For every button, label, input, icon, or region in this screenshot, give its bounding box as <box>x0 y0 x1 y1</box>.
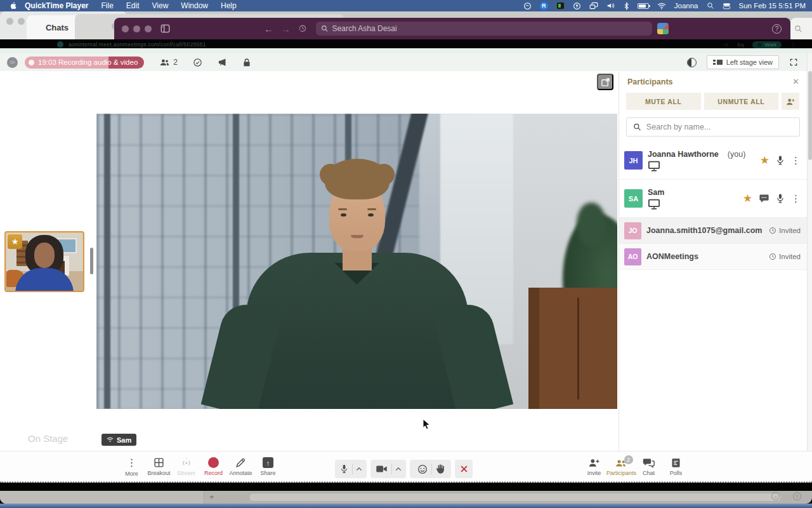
lock-icon[interactable] <box>242 58 251 67</box>
invite-button[interactable]: Invite <box>580 451 608 482</box>
stage-view-button[interactable]: Left stage view <box>707 55 779 69</box>
page-scrollbar[interactable] <box>807 53 812 483</box>
recording-indicator[interactable]: 19:03 Recording audio & video <box>25 57 144 69</box>
participant-row-joanna[interactable]: JH Joanna Hawthorne(you) ★ ⋮ <box>619 142 807 180</box>
record-status-icon[interactable] <box>573 2 581 10</box>
star-icon[interactable]: ★ <box>743 193 752 204</box>
breakout-button[interactable]: Breakout <box>145 451 173 482</box>
history-forward-icon[interactable]: → <box>281 23 291 34</box>
sidebar-toggle-icon[interactable] <box>160 24 170 33</box>
bookmark-star-icon: ☆ <box>724 42 729 48</box>
chat-button[interactable]: Chat <box>635 451 662 482</box>
mic-toggle-button[interactable] <box>335 460 367 478</box>
screen-share-icon <box>648 161 745 171</box>
filmstrip-scrollbar[interactable] <box>90 248 93 274</box>
camera-options-chevron[interactable] <box>392 460 405 478</box>
fullscreen-icon[interactable] <box>789 58 798 67</box>
search-icon <box>633 123 641 131</box>
mic-options-chevron[interactable] <box>353 460 365 478</box>
participant-row-sam[interactable]: SA Sam ★ ⋮ <box>619 180 807 218</box>
control-center-icon[interactable] <box>723 3 731 10</box>
polls-button[interactable]: Polls <box>662 451 690 482</box>
participant-search-input[interactable] <box>646 123 793 131</box>
pop-out-video-button[interactable] <box>597 74 613 90</box>
announcement-icon[interactable] <box>218 58 227 67</box>
menu-file[interactable]: File <box>102 1 114 10</box>
menu-bar-clock[interactable]: Sun Feb 15 5:51 PM <box>739 2 806 10</box>
battery-icon[interactable] <box>638 3 649 9</box>
menu-window[interactable]: Window <box>181 1 208 10</box>
mute-all-button[interactable]: MUTE ALL <box>626 93 701 110</box>
apple-menu-icon[interactable] <box>9 1 17 10</box>
participant-row-invited-1[interactable]: JO Joanna.smith1075@gmail.com Invited <box>619 218 807 244</box>
format-icon: Y <box>793 492 801 500</box>
messenger-titlebar[interactable]: ← → ? <box>114 18 790 39</box>
avatar-ao: AO <box>624 248 641 265</box>
help-icon[interactable]: ? <box>772 24 782 34</box>
messenger-search-input[interactable] <box>332 24 647 33</box>
record-icon <box>208 457 219 468</box>
raise-hand-icon[interactable] <box>432 460 448 478</box>
star-icon[interactable]: ★ <box>760 155 769 166</box>
meeting-header: Ch 19:03 Recording audio & video 2 Left … <box>0 53 812 71</box>
dimmed-url-bar: aoninternal.meet.aonmeetings.com/conf/ca… <box>0 41 812 48</box>
reactions-button[interactable] <box>410 460 451 478</box>
message-compose-field <box>249 493 782 502</box>
volume-icon[interactable] <box>606 2 615 10</box>
fast-user-switch-label[interactable]: Joanna <box>674 2 698 10</box>
screen-mirroring-icon[interactable] <box>589 2 598 10</box>
chat-bubble-icon[interactable] <box>759 194 769 203</box>
participants-count-badge: 2 <box>624 455 633 464</box>
r-app-icon[interactable]: R <box>540 2 548 10</box>
user-avatar[interactable] <box>657 23 669 34</box>
security-check-icon[interactable] <box>193 58 202 67</box>
more-options-icon[interactable]: ⋮ <box>791 155 801 166</box>
app-menu-title[interactable]: QuickTime Player <box>25 1 89 10</box>
toolbar-center-group <box>335 460 473 478</box>
bluetooth-icon[interactable] <box>624 2 629 10</box>
traffic-lights[interactable] <box>122 25 152 32</box>
participants-button[interactable]: 2 Participants <box>608 451 635 482</box>
close-panel-icon[interactable]: ✕ <box>792 77 799 86</box>
screen-share-icon <box>648 199 664 210</box>
smiley-icon[interactable] <box>414 460 431 478</box>
self-view-video[interactable]: ★ <box>4 231 84 292</box>
meeting-logo: Ch <box>7 57 18 68</box>
leave-call-button[interactable] <box>455 460 473 478</box>
close-x-icon <box>460 465 468 473</box>
site-favicon <box>57 41 63 48</box>
menu-view[interactable]: View <box>152 1 169 10</box>
more-icon: ⋮ <box>127 457 137 469</box>
menu-help[interactable]: Help <box>221 1 237 10</box>
more-options-icon[interactable]: ⋮ <box>791 193 801 204</box>
wifi-icon[interactable] <box>657 3 666 10</box>
contrast-toggle-icon[interactable] <box>687 58 697 67</box>
participant-row-invited-2[interactable]: AO AONMeetings Invited <box>619 244 807 270</box>
history-clock-icon[interactable] <box>298 24 307 33</box>
collapse-icon: ⌄ <box>771 492 780 500</box>
clock-icon <box>769 253 776 260</box>
spotlight-search-icon[interactable] <box>707 2 714 10</box>
person-add-icon <box>588 458 600 468</box>
messenger-search-bar[interactable] <box>316 22 652 36</box>
mic-icon[interactable] <box>776 193 785 204</box>
participant-count[interactable]: 2 <box>159 58 178 67</box>
more-button[interactable]: ⋮ More <box>118 451 145 482</box>
background-window-3[interactable] <box>790 18 812 39</box>
menu-edit[interactable]: Edit <box>126 1 140 10</box>
add-participant-button[interactable] <box>782 93 799 110</box>
record-button[interactable]: Record <box>200 451 227 482</box>
camera-toggle-button[interactable] <box>370 460 406 478</box>
unmute-all-button[interactable]: UNMUTE ALL <box>704 93 779 110</box>
clock-icon <box>769 227 776 234</box>
mic-icon[interactable] <box>776 155 785 166</box>
device-status-icon[interactable] <box>556 2 565 10</box>
participant-search[interactable] <box>626 117 800 137</box>
creative-cloud-icon[interactable] <box>523 2 532 10</box>
main-video-sam[interactable] <box>96 114 617 409</box>
chat-bubbles-icon <box>643 458 655 468</box>
share-button[interactable]: ↑ Share <box>254 451 282 482</box>
annotate-button[interactable]: Annotate <box>227 451 254 482</box>
history-back-icon[interactable]: ← <box>264 23 273 34</box>
on-stage-label: On Stage <box>28 433 68 444</box>
